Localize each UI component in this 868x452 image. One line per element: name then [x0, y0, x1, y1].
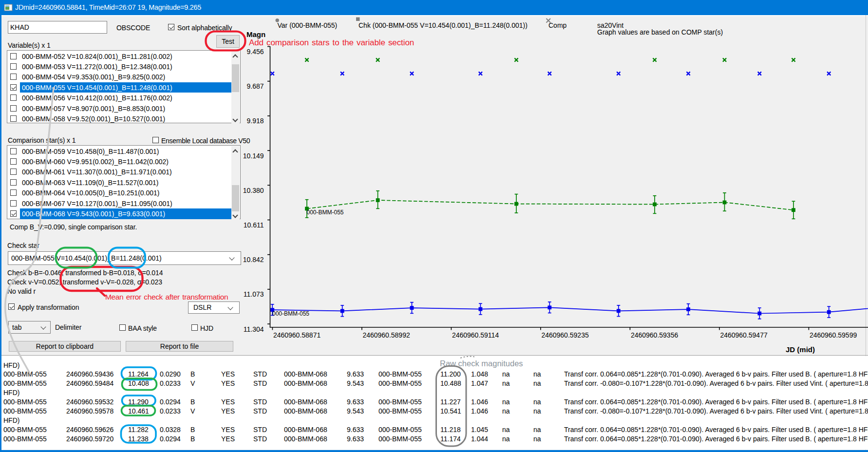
svg-text:2460960.59356: 2460960.59356	[631, 331, 679, 339]
svg-text:10.380: 10.380	[243, 187, 264, 194]
svg-text:000-BMM-055: 000-BMM-055	[307, 209, 344, 216]
svg-text:2460960.59235: 2460960.59235	[541, 331, 589, 339]
svg-text:Magn: Magn	[246, 30, 265, 38]
svg-text:000-BMM-055: 000-BMM-055	[272, 310, 309, 317]
svg-text:9.456: 9.456	[246, 48, 264, 56]
svg-text:11.073: 11.073	[244, 290, 264, 298]
svg-text:9.687: 9.687	[246, 82, 264, 90]
svg-text:2460960.58992: 2460960.58992	[362, 331, 410, 339]
svg-text:10.842: 10.842	[243, 256, 264, 264]
svg-text:2460960.59599: 2460960.59599	[810, 331, 857, 339]
svg-text:Comp: Comp	[548, 21, 567, 29]
svg-text:11.304: 11.304	[244, 325, 264, 333]
svg-text:2460960.59114: 2460960.59114	[452, 331, 499, 339]
svg-text:10.611: 10.611	[244, 221, 264, 229]
svg-text:9.918: 9.918	[246, 117, 264, 125]
svg-text:2460960.58871: 2460960.58871	[273, 331, 321, 339]
svg-text:Graph values are based on COMP: Graph values are based on COMP star(s)	[597, 28, 723, 36]
svg-text:JD (mid): JD (mid)	[786, 345, 815, 354]
svg-text:Var (000-BMM-055): Var (000-BMM-055)	[278, 21, 338, 29]
svg-text:Chk (000-BMM-055 V=10.454(0.00: Chk (000-BMM-055 V=10.454(0.001)_B=11.24…	[359, 21, 528, 29]
svg-text:2460960.59477: 2460960.59477	[720, 331, 768, 339]
svg-text:10.149: 10.149	[243, 152, 264, 160]
